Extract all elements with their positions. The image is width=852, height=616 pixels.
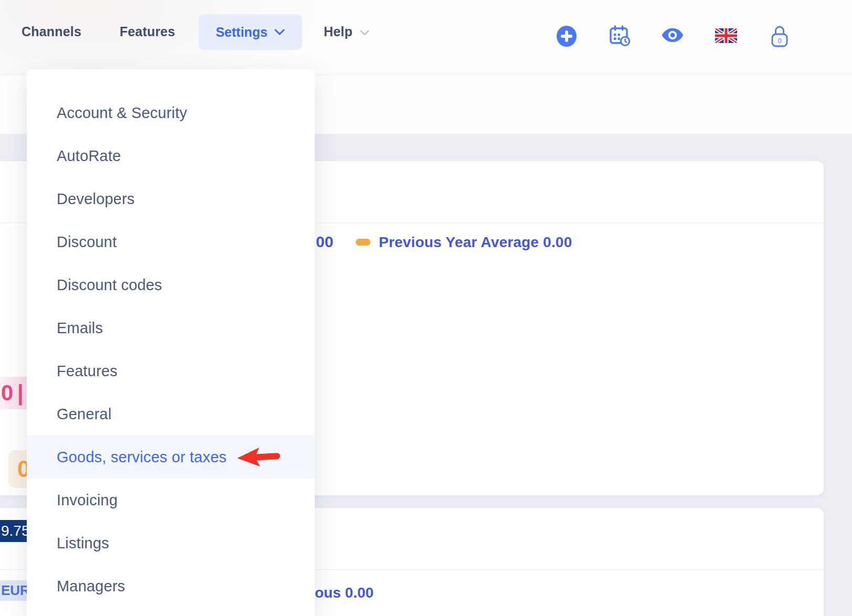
chevron-down-icon <box>274 29 285 36</box>
currency-fragment: EUR <box>0 580 30 601</box>
legend-marker-dash <box>356 239 370 246</box>
stat-navy-value: 9.75 <box>1 523 30 539</box>
nav-item-settings[interactable]: Settings <box>198 14 302 50</box>
lock-icon[interactable]: 0 <box>771 25 789 48</box>
legend-previous-year-average: Previous Year Average 0.00 <box>379 234 572 251</box>
settings-label: Settings <box>216 25 268 40</box>
calendar-clock-icon[interactable] <box>609 25 631 47</box>
menu-item-autorate[interactable]: AutoRate <box>27 134 315 177</box>
menu-item-invoicing[interactable]: Invoicing <box>27 479 315 522</box>
menu-item-developers[interactable]: Developers <box>27 177 315 220</box>
stat-navy-fragment: 9.75 <box>0 520 30 542</box>
menu-item-features[interactable]: Features <box>27 349 315 392</box>
eye-icon[interactable] <box>662 27 684 43</box>
currency-label: EUR <box>1 582 30 599</box>
menu-item-managers[interactable]: Managers <box>27 565 315 608</box>
uk-flag-icon[interactable] <box>715 28 737 43</box>
menu-item-discount-codes[interactable]: Discount codes <box>27 263 315 306</box>
top-navbar: Channels Features Settings Help <box>0 0 852 75</box>
menu-item-discount[interactable]: Discount <box>27 220 315 263</box>
add-button[interactable] <box>557 26 577 47</box>
nav-item-channels[interactable]: Channels <box>22 24 81 39</box>
menu-item-general[interactable]: General <box>27 392 315 436</box>
menu-item-label: Goods, services or taxes <box>57 449 227 466</box>
legend-fragment-bottom: ous 0.00 <box>315 585 374 601</box>
settings-dropdown-menu: Account & Security AutoRate Developers D… <box>27 69 315 616</box>
stat-pink-fragment: 0 | 1 <box>0 377 30 409</box>
menu-item-goods-services-taxes[interactable]: Goods, services or taxes <box>27 436 315 479</box>
lock-count-badge: 0 <box>778 37 781 45</box>
nav-item-features[interactable]: Features <box>120 24 175 39</box>
page: 00 Previous Year Average 0.00 ous 0.00 0… <box>0 0 852 616</box>
menu-item-account-security[interactable]: Account & Security <box>27 91 315 134</box>
nav-item-help[interactable]: Help <box>324 24 369 39</box>
help-label: Help <box>324 24 353 39</box>
chevron-down-icon <box>360 30 369 36</box>
menu-item-emails[interactable]: Emails <box>27 306 315 349</box>
menu-item-listings[interactable]: Listings <box>27 522 315 565</box>
annotation-arrow-icon <box>237 446 282 468</box>
legend-value-fragment: 00 <box>316 233 333 251</box>
